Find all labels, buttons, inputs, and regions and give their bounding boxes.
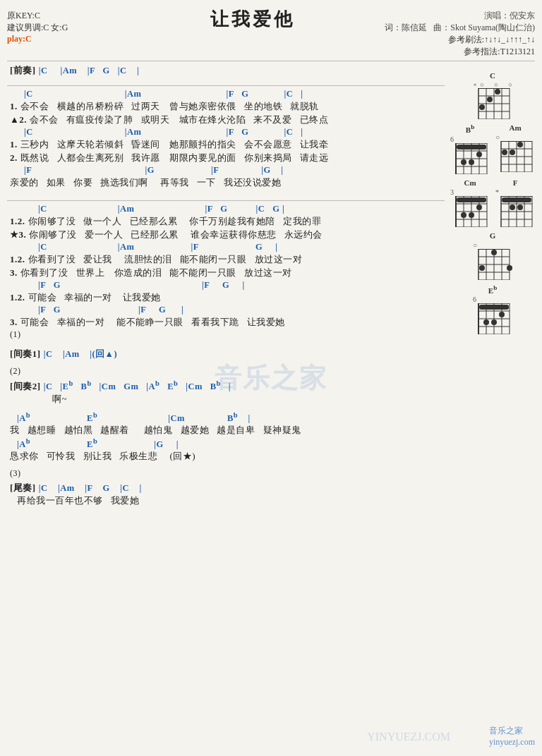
bridge-chord-2: |Ab Eb |G | (7, 437, 445, 450)
singer: 演唱：倪安东 (385, 10, 535, 22)
bb-barre (457, 145, 486, 150)
outro-lyric: 再给我一百年也不够 我爱她 (7, 494, 445, 507)
outro-line: [尾奏] |C |Am |F G |C | (7, 482, 445, 494)
cm-dot-1 (461, 212, 466, 218)
br-g2: |G | (154, 439, 179, 450)
ch-f4b: |F G | (138, 305, 183, 315)
v2-label: ▲2. (10, 114, 27, 126)
c-grid-svg (473, 88, 512, 119)
ch-f4: |F G (38, 305, 61, 315)
diagram-Bb-label: Bb (466, 123, 474, 134)
bb-dot-2 (469, 159, 474, 165)
diagram-Cm-label: Cm (464, 178, 476, 187)
bb-grid-svg (450, 143, 490, 174)
ch-f1: |F G (205, 204, 227, 214)
diagram-Eb: Eb 6 (473, 284, 512, 335)
lyric-3: 亲爱的 如果 你要 挑选我们啊 再等我 一下 我还没说爱她 (7, 176, 445, 189)
br2-l2: (回★) (170, 450, 196, 463)
c-str4: ○ (493, 81, 500, 88)
interlude-1-line: [间奏1] |C |Am |(回▲) (7, 348, 445, 360)
cm-barre (457, 197, 486, 202)
interlude-1-section: [间奏1] |C |Am |(回▲) (7, 348, 445, 360)
outro-l1: 再给我一百年也不够 我爱她 (17, 494, 139, 507)
verse-block-1: |C |Am |F G |C | 1. 会不会 横越的吊桥粉碎 过两天 曾与她亲… (7, 89, 445, 189)
interlude-2-label: [间奏2] (10, 380, 41, 393)
v2-l2: 城市在烽火沦陷 来不及爱 已终点 (179, 114, 329, 126)
c-dot-2 (487, 97, 493, 102)
v2-2-l2: 期限内要见的面 你别来捣局 请走远 (169, 152, 328, 164)
diagram-group-cm-f: Cm 3 (450, 178, 535, 227)
chord-am1: |Am (125, 89, 142, 99)
outro-chords: |C |Am |F G |C | (39, 483, 142, 494)
outro-section: [尾奏] |C |Am |F G |C | 再给我一百年也不够 我爱她 (7, 482, 445, 507)
chord-g3b: |G | (261, 165, 283, 176)
ch-f3: |F G (38, 280, 61, 291)
c-dot-3 (495, 89, 500, 94)
eb-grid-svg (473, 303, 512, 334)
br-ab1: |Ab (17, 411, 30, 424)
f-grid-svg (495, 196, 535, 227)
paren-1: (1) (7, 329, 445, 342)
lyric-1-1: 1. 会不会 横越的吊桥粉碎 过两天 曾与她亲密依偎 坐的地铁 就脱轨 (7, 100, 445, 113)
song-title: 让我爱他 (120, 7, 385, 32)
v2-1-label: 1. (10, 139, 18, 150)
diagram-Cm: Cm 3 (450, 178, 490, 227)
diagram-C: C × ○ ○ ○ (471, 71, 514, 119)
diagram-G-label: G (490, 231, 496, 240)
ch-cg1: |C G | (256, 204, 285, 214)
lyric-2-1: 1. 三秒内 这摩天轮若倾斜 昏迷间 她那颤抖的指尖 会不会愿意 让我牵 (7, 138, 445, 151)
strum-ref: 参考刷法:↑↓↑↓_↓↑↑↑_↑↓ (385, 34, 535, 46)
outro-label: [尾奏] (10, 482, 36, 494)
cm-grid-svg (450, 196, 490, 227)
g-dot-1 (479, 265, 485, 271)
chord-c2b: |C | (284, 127, 303, 138)
br-l1: 我 越想睡 越怕黑 越醒着 (10, 424, 140, 437)
bb-dot-1 (461, 159, 466, 165)
finger-ref: 参考指法:T1213121 (385, 46, 535, 58)
int1-chords: |C |Am |(回▲) (44, 348, 117, 360)
v3-l1: 亲爱的 如果 你要 挑选我们啊 (10, 176, 156, 189)
ch-3-l1: 你闹够了没 爱一个人 已经那么累 (29, 228, 186, 241)
v1-l1: 会不会 横越的吊桥粉碎 过两天 (20, 100, 166, 113)
c-dot-1 (479, 104, 485, 110)
header-center: 让我爱他 (120, 7, 385, 32)
ch-c2: |C (38, 242, 47, 252)
ch-am2: |Am (118, 242, 135, 252)
ch-fg3: |F G | (202, 280, 245, 291)
v2-l1: 会不会 有瘟疫传染了肺 或明天 (30, 114, 175, 126)
ch-1-l2: 你千万别趁我有她陪 定我的罪 (189, 215, 321, 228)
br-l2: 越怕鬼 越爱她 越是自卑 疑神疑鬼 (144, 424, 301, 437)
br-bb1: Bb | (227, 411, 251, 424)
prelude-chords: |C |Am |F G |C | (39, 66, 140, 76)
v2-2-label: 2. (10, 152, 18, 164)
interlude-1-label: [间奏1] (10, 348, 41, 360)
c-str3 (486, 81, 493, 88)
chorus-lyric-4: 3. 可能会 幸福的一对 能不能睁一只眼 看看我下跪 让我爱她 (7, 316, 445, 329)
logo-url: yinyuezj.com (489, 737, 535, 747)
c-open-strings: × ○ ○ ○ (471, 81, 514, 88)
br-eb2: Eb (87, 437, 97, 450)
v2-1-l2: 她那颤抖的指尖 会不会愿意 让我牵 (169, 138, 328, 151)
ch-g2: G | (255, 242, 278, 252)
lyricist-composer: 词：陈信延 曲：Skot Suyama(陶山仁治) (385, 22, 535, 34)
diagram-Bb: Bb 6 (450, 123, 490, 174)
br2-l1: 恳求你 可怜我 别让我 乐极生悲 (10, 450, 166, 463)
ch-3c-label: 3. (10, 317, 18, 328)
c-str5 (500, 81, 507, 88)
chorus-lyric-1b: ★3. 你闹够了没 爱一个人 已经那么累 谁会幸运获得你慈悲 永远约会 (7, 228, 445, 241)
diagram-G: G ○ (473, 231, 512, 280)
v1-l2: 曾与她亲密依偎 坐的地铁 就脱轨 (169, 100, 319, 113)
ch-12-l1: 可能会 幸福的一对 让我爱她 (28, 291, 161, 304)
am-grid-svg (495, 141, 535, 172)
chord-diagrams: C × ○ ○ ○ (450, 64, 535, 510)
prelude-line: [前奏] |C |Am |F G |C | (7, 64, 445, 77)
chord-f3: |F (24, 165, 32, 176)
bridge-lyric-2: 恳求你 可怜我 别让我 乐极生悲 (回★) (7, 450, 445, 463)
paren-3: (3) (7, 468, 445, 481)
paren-2: (2) (7, 366, 445, 379)
paren-2-text: (2) (10, 366, 21, 377)
ch-3c-l1: 可能会 幸福的一对 (20, 316, 113, 329)
c-str6: ○ (507, 81, 514, 88)
chorus-lyric-2a: 1.2. 你看到了没 爱让我 流胆怯的泪 能不能闭一只眼 放过这一对 (7, 253, 445, 266)
chorus-lyric-1a: 1.2. 你闹够了没 做一个人 已经那么累 你千万别趁我有她陪 定我的罪 (7, 215, 445, 228)
